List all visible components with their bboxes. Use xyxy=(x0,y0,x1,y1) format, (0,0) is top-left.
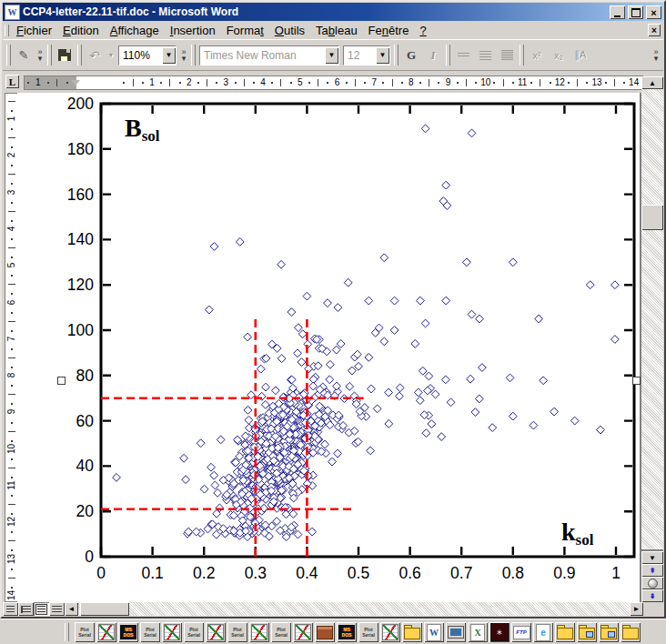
close-document-button[interactable]: × xyxy=(648,24,661,36)
zoom-combobox[interactable]: 110% ▼ xyxy=(118,45,177,65)
menu-outils[interactable]: Outils xyxy=(269,23,310,38)
toolbar-grip-1[interactable] xyxy=(6,45,11,65)
menu-edition[interactable]: Edition xyxy=(57,23,105,38)
undo-dropdown[interactable]: ▾ xyxy=(106,45,116,65)
toolbar-grip-7[interactable] xyxy=(520,45,524,65)
horizontal-scroll-thumb[interactable] xyxy=(80,602,129,616)
scroll-right-button[interactable]: ► xyxy=(630,602,643,616)
taskbar-item-plot-serial[interactable]: Plot Serial xyxy=(184,622,204,642)
taskbar-item-netfolder[interactable] xyxy=(599,622,619,642)
taskbar-item-plot-serial[interactable]: Plot Serial xyxy=(75,622,95,642)
menu-affichage[interactable]: Affichage xyxy=(105,23,165,38)
toolbar-overflow-chevron-1[interactable]: »▾ xyxy=(35,45,45,65)
taskbar-item-chart[interactable] xyxy=(162,622,182,642)
taskbar-item-folder[interactable] xyxy=(621,622,641,642)
sort-columns-button[interactable]: ∥A xyxy=(570,45,590,65)
scatter-chart-image[interactable]: 00.10.20.30.40.50.60.70.80.9102040608010… xyxy=(17,93,641,604)
taskbar-item-chart[interactable] xyxy=(249,622,269,642)
select-browse-object-button[interactable] xyxy=(641,577,663,589)
toolbar-overflow-chevron-2[interactable]: »▾ xyxy=(178,45,189,65)
menu-fichier[interactable]: Fichier xyxy=(11,23,57,38)
toolbar-overflow-chevron-3[interactable]: »▾ xyxy=(651,45,661,65)
v-ruler-number: 12 xyxy=(6,516,16,528)
scroll-down-button[interactable]: ▼ xyxy=(641,551,663,564)
toolbar-grip-3[interactable] xyxy=(77,45,82,65)
zoom-dropdown-arrow[interactable]: ▼ xyxy=(162,47,176,64)
taskbar-item-excel[interactable]: X xyxy=(468,622,488,642)
taskbar-divider[interactable] xyxy=(65,623,69,641)
taskbar-item-molecule[interactable]: ∗ xyxy=(489,622,510,642)
font-name-dropdown-arrow[interactable]: ▼ xyxy=(325,47,338,64)
line-spacing-1-button[interactable] xyxy=(453,45,473,65)
taskbar-item-chart[interactable] xyxy=(293,622,313,642)
taskbar-item-plot-serial[interactable]: Plot Serial xyxy=(271,622,291,642)
image-selection-handle-left[interactable] xyxy=(57,377,66,385)
taskbar-item-netfolder[interactable] xyxy=(577,622,597,642)
taskbar-item-word[interactable]: W xyxy=(424,622,444,642)
h-ruler-number: 8 xyxy=(407,77,416,87)
toolbar-grip-2[interactable] xyxy=(47,45,52,65)
web-layout-view-button[interactable] xyxy=(18,602,34,616)
taskbar-item-chart[interactable] xyxy=(206,622,226,642)
font-name-combobox[interactable]: Times New Roman ▼ xyxy=(199,45,339,65)
scroll-up-button[interactable]: ▲ xyxy=(641,76,663,89)
taskbar-item-folder[interactable] xyxy=(555,622,575,642)
undo-button[interactable]: ↶ xyxy=(85,45,105,65)
menu-tableau[interactable]: Tableau xyxy=(310,23,363,38)
vertical-scroll-track[interactable] xyxy=(641,89,663,549)
taskbar-item-msdos[interactable]: MS DOS xyxy=(337,622,357,642)
v-ruler-number: 3 xyxy=(6,186,16,198)
normal-view-button[interactable] xyxy=(3,602,18,616)
tables-borders-button[interactable]: ✎ xyxy=(14,45,34,65)
font-size-dropdown-arrow[interactable]: ▼ xyxy=(376,47,389,64)
taskbar-item-plot-serial[interactable]: Plot Serial xyxy=(140,622,160,642)
menu-format[interactable]: Format xyxy=(221,23,269,38)
horizontal-scroll-track[interactable] xyxy=(78,602,630,616)
browse-previous-button[interactable]: ⇞ xyxy=(641,564,663,577)
image-selection-handle-right[interactable] xyxy=(632,377,641,385)
menubar-grip[interactable] xyxy=(5,25,9,36)
menu-fentre[interactable]: Fenêtre xyxy=(363,23,415,38)
maximize-button[interactable] xyxy=(628,5,643,19)
italic-button[interactable]: I xyxy=(423,45,443,65)
y-tick-label: 120 xyxy=(67,276,94,294)
taskbar-item-ftp[interactable]: FTP xyxy=(511,622,531,642)
outline-view-button[interactable] xyxy=(49,602,65,616)
taskbar-item-computer[interactable] xyxy=(446,622,466,642)
superscript-button[interactable]: x² xyxy=(527,45,547,65)
taskbar-item-plot-serial[interactable]: Plot Serial xyxy=(227,622,247,642)
taskbar-item-chart[interactable] xyxy=(380,622,400,642)
scroll-left-button[interactable]: ◄ xyxy=(65,602,78,616)
y-tick-label: 140 xyxy=(67,230,94,248)
tab-selector-button[interactable]: L xyxy=(5,75,19,88)
toolbar-grip-4[interactable] xyxy=(191,45,196,65)
toolbar-grip-5[interactable] xyxy=(394,45,399,65)
taskbar-item-folder[interactable] xyxy=(402,622,422,642)
line-spacing-15-button[interactable] xyxy=(475,45,495,65)
close-button[interactable]: × xyxy=(646,5,661,19)
indent-markers[interactable] xyxy=(71,76,81,90)
vertical-scroll-thumb[interactable] xyxy=(641,205,663,230)
line-spacing-2-button[interactable] xyxy=(497,45,517,65)
bold-button[interactable]: G xyxy=(401,45,421,65)
browse-ball-icon xyxy=(648,579,658,589)
minimize-button[interactable] xyxy=(610,5,625,19)
taskbar-item-winzip[interactable] xyxy=(315,622,335,642)
font-size-combobox[interactable]: 12 ▼ xyxy=(343,45,390,65)
browse-next-button[interactable]: ⇟ xyxy=(641,589,663,602)
v-ruler-number: 13 xyxy=(6,553,16,565)
taskbar-item-chart[interactable] xyxy=(96,622,116,642)
v-ruler-number: 1 xyxy=(6,113,16,125)
taskbar-item-msdos[interactable]: MS DOS xyxy=(118,622,138,642)
menu-insertion[interactable]: Insertion xyxy=(165,23,221,38)
toolbar-grip-6[interactable] xyxy=(446,45,450,65)
print-layout-view-button[interactable] xyxy=(34,602,49,616)
save-button[interactable] xyxy=(55,45,75,65)
subscript-button[interactable]: x₂ xyxy=(549,45,569,65)
taskbar-item-plot-serial[interactable]: Plot Serial xyxy=(358,622,378,642)
menu-?[interactable]: ? xyxy=(414,23,431,38)
scatter-points xyxy=(113,125,620,541)
taskbar-item-ie[interactable]: e xyxy=(533,622,553,642)
hanging-indent-marker[interactable] xyxy=(71,87,80,90)
x-tick-label: 0.9 xyxy=(553,564,575,582)
